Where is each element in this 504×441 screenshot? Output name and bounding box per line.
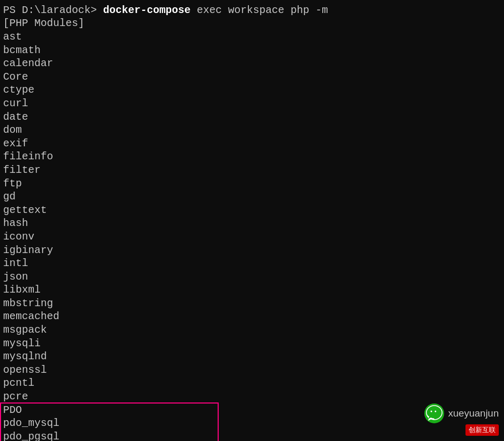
module-line: dom <box>3 123 501 137</box>
watermark: xueyuanjun 创新互联 <box>424 404 499 436</box>
module-line: igbinary <box>3 244 501 257</box>
module-line: memcached <box>3 310 501 323</box>
modules-list: astbcmathcalendarCorectypecurldatedomexi… <box>3 30 501 441</box>
module-line: ctype <box>3 83 501 97</box>
command-rest: exec workspace php -m <box>191 4 328 16</box>
module-line: iconv <box>3 230 501 244</box>
module-line: libxml <box>3 283 501 297</box>
module-line: mbstring <box>3 297 501 310</box>
module-line: exif <box>3 137 501 150</box>
prompt: PS D:\laradock> <box>3 4 97 16</box>
wechat-icon <box>424 404 444 423</box>
module-line: gettext <box>3 204 501 217</box>
module-line: json <box>3 270 501 284</box>
brand-sub: 创新互联 <box>465 424 499 436</box>
module-line: msgpack <box>3 323 501 337</box>
module-line: filter <box>3 163 501 177</box>
module-line: intl <box>3 257 501 270</box>
php-modules-header: [PHP Modules] <box>3 17 501 29</box>
terminal: PS D:\laradock> docker-compose exec work… <box>0 0 504 441</box>
command-line: PS D:\laradock> docker-compose exec work… <box>3 4 501 16</box>
module-line: pcntl <box>3 376 501 390</box>
module-line: fileinfo <box>3 150 501 163</box>
module-line: openssl <box>3 363 501 377</box>
brand-name: xueyuanjun <box>448 408 499 419</box>
module-line: mysqli <box>3 337 501 350</box>
module-line: curl <box>3 97 501 110</box>
module-line: pcre <box>3 390 501 404</box>
module-line: gd <box>3 190 501 204</box>
module-line: bcmath <box>3 44 501 57</box>
module-line: Core <box>3 70 501 84</box>
module-line: mysqlnd <box>3 350 501 363</box>
module-line: hash <box>3 217 501 230</box>
command-bold: docker-compose <box>103 4 191 16</box>
module-line: calendar <box>3 57 501 70</box>
module-line: date <box>3 110 501 124</box>
module-line: ftp <box>3 177 501 191</box>
module-line: ast <box>3 30 501 44</box>
chuangxin-badge: 创新互联 <box>465 424 499 436</box>
